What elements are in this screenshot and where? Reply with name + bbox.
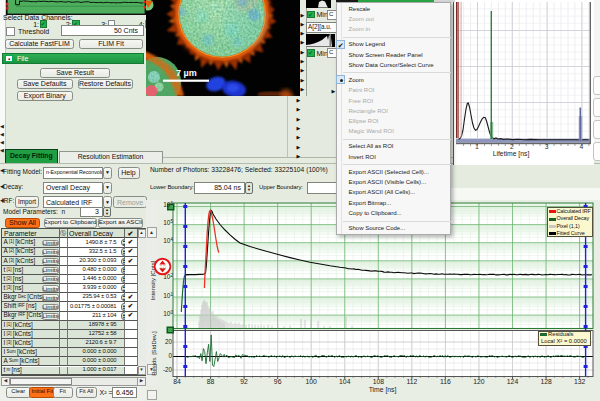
svg-text:7 µm: 7 µm: [176, 68, 197, 78]
